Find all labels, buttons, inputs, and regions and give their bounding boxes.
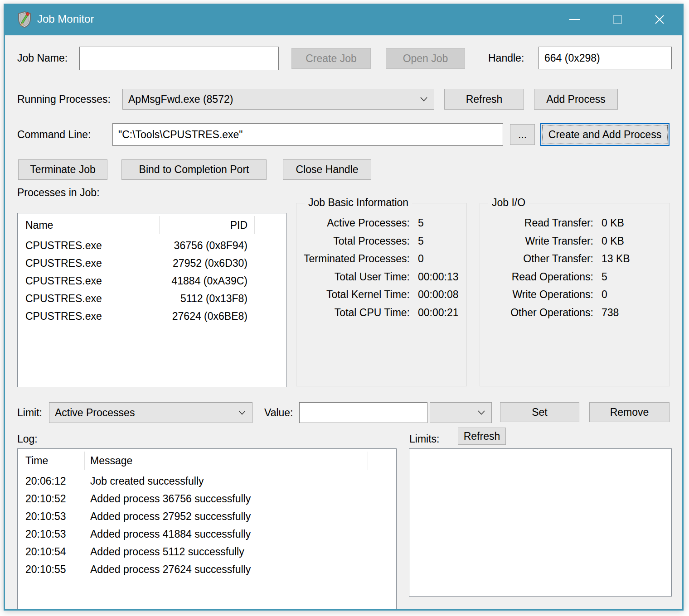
- limits-refresh-button[interactable]: Refresh: [458, 428, 506, 445]
- handle-label: Handle:: [488, 52, 524, 64]
- log-time: 20:10:53: [25, 528, 90, 540]
- processes-list: Name PID CPUSTRES.exe 36756 (0x8F94) CPU…: [17, 213, 286, 387]
- running-processes-select[interactable]: ApMsgFwd.exe (8572): [122, 89, 434, 110]
- log-message: Added process 41884 successfully: [90, 528, 396, 540]
- process-row[interactable]: CPUSTRES.exe 27952 (0x6D30): [18, 255, 286, 272]
- create-and-add-process-button[interactable]: Create and Add Process: [540, 123, 670, 146]
- column-header-name[interactable]: Name: [25, 219, 53, 231]
- process-row[interactable]: CPUSTRES.exe 27624 (0x6BE8): [18, 308, 286, 325]
- limit-type-selected: Active Processes: [55, 407, 135, 419]
- log-time: 20:06:12: [25, 475, 90, 487]
- io-label: Other Transfer:: [480, 253, 593, 265]
- column-header-time[interactable]: Time: [25, 455, 48, 467]
- running-processes-selected: ApMsgFwd.exe (8572): [128, 93, 233, 106]
- io-value: 738: [602, 307, 619, 319]
- terminate-job-button[interactable]: Terminate Job: [18, 159, 107, 180]
- info-row: Total User Time: 00:00:13: [296, 268, 459, 286]
- minimize-icon: [569, 19, 580, 20]
- log-row[interactable]: 20:10:54 Added process 5112 successfully: [18, 543, 396, 561]
- info-label: Total User Time:: [296, 271, 410, 283]
- process-name: CPUSTRES.exe: [25, 257, 159, 270]
- set-limit-button[interactable]: Set: [500, 402, 579, 422]
- chevron-down-icon: [420, 97, 427, 101]
- titlebar: Job Monitor: [4, 4, 684, 35]
- io-row: Other Operations: 738: [480, 304, 662, 322]
- log-row[interactable]: 20:10:52 Added process 36756 successfull…: [18, 490, 396, 508]
- job-basic-information-rows: Active Processes: 5 Total Processes: 5 T…: [296, 214, 459, 322]
- log-message: Added process 27952 successfully: [90, 510, 396, 523]
- minimize-button[interactable]: [553, 4, 596, 35]
- remove-limit-button[interactable]: Remove: [589, 402, 670, 422]
- limits-list: [409, 448, 672, 597]
- limit-value-input[interactable]: [299, 402, 427, 423]
- io-label: Read Operations:: [480, 271, 593, 283]
- io-label: Other Operations:: [480, 307, 593, 319]
- process-row[interactable]: CPUSTRES.exe 5112 (0x13F8): [18, 290, 286, 308]
- io-label: Write Transfer:: [480, 235, 593, 247]
- log-row[interactable]: 20:10:55 Added process 27624 successfull…: [18, 561, 396, 578]
- process-pid: 27624 (0x6BE8): [159, 310, 247, 322]
- handle-field[interactable]: 664 (0x298): [539, 47, 672, 69]
- info-value: 5: [418, 235, 424, 247]
- bind-completion-port-button[interactable]: Bind to Completion Port: [121, 159, 267, 180]
- limit-label: Limit:: [17, 407, 42, 419]
- maximize-button: [596, 4, 639, 35]
- running-processes-label: Running Processes:: [17, 93, 111, 106]
- column-divider: [254, 216, 255, 234]
- info-value: 00:00:08: [418, 289, 459, 301]
- browse-button[interactable]: ...: [510, 124, 535, 145]
- info-row: Active Processes: 5: [296, 214, 459, 232]
- add-process-button[interactable]: Add Process: [534, 89, 618, 110]
- log-time: 20:10:54: [25, 546, 90, 558]
- create-job-button: Create Job: [291, 48, 371, 69]
- info-label: Active Processes:: [296, 217, 410, 229]
- job-io-group: Job I/O Read Transfer: 0 KB Write Transf…: [480, 203, 670, 386]
- log-row[interactable]: 20:06:12 Job created successfully: [18, 472, 396, 490]
- chevron-down-icon: [238, 410, 246, 415]
- maximize-icon: [613, 15, 622, 24]
- limits-label: Limits:: [409, 433, 439, 445]
- processes-list-body: CPUSTRES.exe 36756 (0x8F94) CPUSTRES.exe…: [18, 237, 286, 325]
- io-row: Read Operations: 5: [480, 268, 662, 286]
- log-list: Time Message 20:06:12 Job created succes…: [17, 448, 397, 609]
- io-row: Write Operations: 0: [480, 286, 662, 304]
- close-button[interactable]: [638, 4, 681, 35]
- log-time: 20:10:53: [25, 510, 90, 523]
- log-list-header: Time Message: [18, 449, 396, 472]
- chevron-down-icon: [478, 410, 485, 415]
- job-io-rows: Read Transfer: 0 KB Write Transfer: 0 KB…: [480, 214, 662, 322]
- info-label: Total CPU Time:: [296, 307, 410, 319]
- process-row[interactable]: CPUSTRES.exe 36756 (0x8F94): [18, 237, 286, 255]
- processes-in-job-label: Processes in Job:: [17, 187, 100, 199]
- refresh-button[interactable]: Refresh: [444, 89, 524, 110]
- close-handle-button[interactable]: Close Handle: [283, 159, 371, 180]
- process-pid: 27952 (0x6D30): [159, 257, 247, 270]
- process-pid: 36756 (0x8F94): [159, 240, 247, 252]
- log-time: 20:10:55: [25, 563, 90, 576]
- info-row: Total Processes: 5: [296, 232, 459, 250]
- column-divider: [84, 452, 85, 470]
- io-label: Write Operations:: [480, 289, 593, 301]
- app-shield-pencil-icon: [17, 11, 32, 31]
- command-line-input[interactable]: [112, 123, 503, 146]
- log-message: Job created successfully: [90, 475, 396, 487]
- job-basic-information-group: Job Basic Information Active Processes: …: [296, 203, 467, 386]
- process-row[interactable]: CPUSTRES.exe 41884 (0xA39C): [18, 272, 286, 290]
- processes-list-header: Name PID: [18, 213, 286, 237]
- close-icon: [654, 14, 665, 25]
- process-pid: 41884 (0xA39C): [159, 275, 247, 287]
- column-header-pid[interactable]: PID: [159, 219, 247, 231]
- log-message: Added process 27624 successfully: [90, 563, 396, 576]
- log-row[interactable]: 20:10:53 Added process 41884 successfull…: [18, 525, 396, 543]
- column-header-message[interactable]: Message: [90, 455, 132, 467]
- io-label: Read Transfer:: [480, 217, 593, 229]
- info-label: Total Processes:: [296, 235, 410, 247]
- info-value: 5: [418, 217, 424, 229]
- io-value: 13 KB: [602, 253, 630, 265]
- job-name-input[interactable]: [79, 47, 279, 70]
- log-row[interactable]: 20:10:53 Added process 27952 successfull…: [18, 508, 396, 525]
- limit-type-select[interactable]: Active Processes: [49, 402, 252, 423]
- limit-unit-select[interactable]: [430, 402, 492, 423]
- info-value: 0: [418, 253, 424, 265]
- io-row: Other Transfer: 13 KB: [480, 250, 662, 268]
